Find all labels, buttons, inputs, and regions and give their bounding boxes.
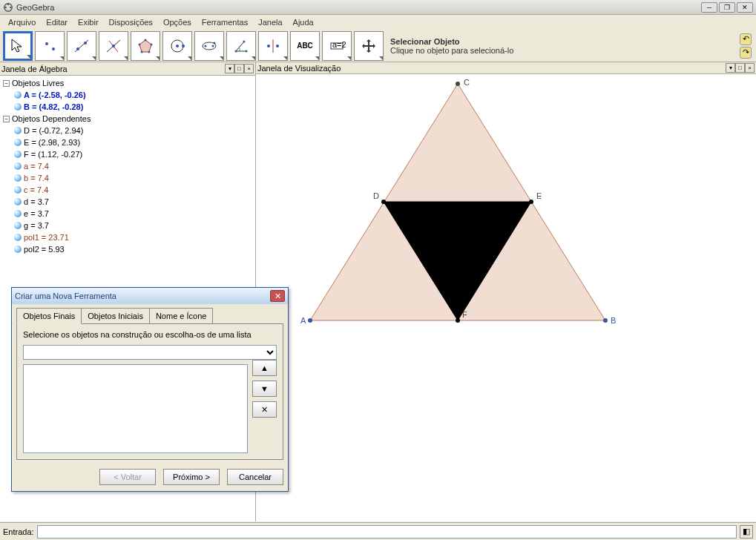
dialog-instruction: Selecione os objetos na construção ou es… bbox=[23, 330, 277, 339]
svg-point-8 bbox=[84, 42, 87, 45]
remove-button[interactable]: ✕ bbox=[252, 401, 277, 418]
tree-toggle[interactable]: − bbox=[3, 80, 10, 87]
undo-button[interactable]: ↶ bbox=[740, 33, 752, 45]
back-button[interactable]: < Voltar bbox=[99, 469, 156, 485]
tab-input-objects[interactable]: Objetos Iniciais bbox=[81, 308, 150, 324]
menu-ferramentas[interactable]: Ferramentas bbox=[197, 16, 253, 28]
tree-item[interactable]: A = (-2.58, -0.26) bbox=[3, 89, 252, 101]
graphics-panel-title: Janela de Visualização bbox=[257, 64, 726, 73]
tool-ellipse[interactable] bbox=[194, 31, 224, 61]
svg-point-11 bbox=[112, 45, 115, 47]
graphics-close-button[interactable]: × bbox=[745, 63, 755, 73]
input-field[interactable] bbox=[37, 525, 737, 539]
svg-point-1 bbox=[4, 6, 7, 8]
tool-reflect[interactable] bbox=[258, 31, 288, 61]
tab-name-icon[interactable]: Nome e Ícone bbox=[149, 308, 213, 324]
object-select[interactable] bbox=[23, 345, 277, 360]
tree-item[interactable]: E = (2.98, 2.93) bbox=[3, 136, 252, 148]
panel-detach-button[interactable]: □ bbox=[234, 64, 244, 73]
tab-output-objects[interactable]: Objetos Finais bbox=[16, 308, 82, 324]
tree-item[interactable]: D = (-0.72, 2.94) bbox=[3, 125, 252, 136]
tree-group[interactable]: −Objetos Dependentes bbox=[3, 113, 252, 125]
svg-point-2 bbox=[10, 6, 12, 8]
tree-item-label: D = (-0.72, 2.94) bbox=[24, 126, 83, 135]
svg-point-35 bbox=[308, 318, 312, 323]
tree-item-label: b = 7.4 bbox=[24, 174, 49, 182]
menu-disposicoes[interactable]: Disposições bbox=[104, 16, 158, 28]
object-dot-icon bbox=[14, 127, 22, 134]
menu-editar[interactable]: Editar bbox=[41, 16, 73, 28]
svg-point-4 bbox=[45, 42, 48, 45]
tree-item[interactable]: a = 7.4 bbox=[3, 160, 252, 172]
menu-arquivo[interactable]: Arquivo bbox=[3, 16, 41, 28]
object-dot-icon bbox=[14, 174, 22, 182]
tree-group-label: Objetos Dependentes bbox=[12, 114, 91, 123]
graphics-menu-button[interactable]: ▾ bbox=[726, 63, 735, 73]
cancel-button[interactable]: Cancelar bbox=[227, 469, 283, 485]
input-bar: Entrada: ◧ bbox=[0, 522, 756, 540]
redo-button[interactable]: ↷ bbox=[740, 47, 752, 59]
tool-perpendicular[interactable] bbox=[99, 31, 128, 61]
object-dot-icon bbox=[14, 162, 22, 170]
move-down-button[interactable]: ▼ bbox=[252, 381, 277, 397]
svg-point-25 bbox=[235, 50, 237, 52]
tool-hint-title: Selecionar Objeto bbox=[390, 37, 733, 46]
dialog-close-button[interactable]: ✕ bbox=[270, 290, 285, 302]
close-button[interactable]: ✕ bbox=[737, 2, 753, 13]
svg-point-45 bbox=[456, 318, 460, 323]
svg-point-37 bbox=[603, 318, 608, 323]
tree-item[interactable]: pol2 = 5.93 bbox=[3, 243, 252, 255]
tool-point[interactable] bbox=[35, 31, 65, 61]
tree-item[interactable]: d = 3.7 bbox=[3, 196, 252, 208]
titlebar: GeoGebra ─ ❐ ✕ bbox=[0, 0, 756, 15]
tree-item[interactable]: g = 3.7 bbox=[3, 220, 252, 231]
object-list[interactable] bbox=[23, 364, 248, 453]
tool-circle[interactable] bbox=[162, 31, 192, 61]
tree-item[interactable]: e = 3.7 bbox=[3, 208, 252, 220]
object-dot-icon bbox=[14, 222, 22, 229]
object-dot-icon bbox=[14, 103, 22, 111]
graphics-detach-button[interactable]: □ bbox=[735, 63, 745, 73]
menu-exibir[interactable]: Exibir bbox=[73, 16, 104, 28]
algebra-panel-title: Janela de Álgebra bbox=[1, 65, 225, 73]
svg-text:D: D bbox=[373, 191, 379, 200]
menu-opcoes[interactable]: Opções bbox=[158, 16, 197, 28]
tool-angle[interactable] bbox=[226, 31, 256, 61]
move-up-button[interactable]: ▲ bbox=[252, 360, 277, 376]
svg-point-13 bbox=[145, 39, 147, 41]
tree-item[interactable]: B = (4.82, -0.28) bbox=[3, 101, 252, 113]
svg-point-17 bbox=[139, 43, 141, 45]
tree-item[interactable]: c = 7.4 bbox=[3, 184, 252, 196]
tool-slider[interactable]: a=2 bbox=[322, 31, 352, 61]
tree-item[interactable]: pol1 = 23.71 bbox=[3, 231, 252, 243]
tool-move[interactable] bbox=[3, 31, 33, 61]
menu-janela[interactable]: Janela bbox=[253, 16, 287, 28]
minimize-button[interactable]: ─ bbox=[701, 2, 717, 13]
algebra-tree[interactable]: −Objetos LivresA = (-2.58, -0.26)B = (4.… bbox=[0, 76, 255, 257]
next-button[interactable]: Próximo > bbox=[163, 469, 220, 485]
tool-text[interactable]: ABC bbox=[290, 31, 320, 61]
tree-group[interactable]: −Objetos Livres bbox=[3, 77, 252, 89]
panel-close-button[interactable]: × bbox=[244, 64, 254, 73]
tree-item-label: A = (-2.58, -0.26) bbox=[24, 90, 86, 99]
menu-ajuda[interactable]: Ajuda bbox=[288, 16, 319, 28]
svg-point-30 bbox=[276, 45, 279, 47]
tree-toggle[interactable]: − bbox=[3, 116, 10, 122]
tool-move-view[interactable] bbox=[354, 31, 384, 61]
tool-line[interactable] bbox=[67, 31, 96, 61]
window-title: GeoGebra bbox=[16, 3, 701, 12]
svg-point-5 bbox=[52, 47, 55, 50]
tree-item-label: F = (1.12, -0.27) bbox=[24, 150, 82, 159]
input-help-button[interactable]: ◧ bbox=[740, 525, 753, 539]
panel-menu-button[interactable]: ▾ bbox=[225, 64, 234, 73]
tree-item[interactable]: F = (1.12, -0.27) bbox=[3, 148, 252, 160]
object-dot-icon bbox=[14, 91, 22, 99]
graphics-view[interactable]: A B C D E F bbox=[256, 74, 756, 521]
tree-item[interactable]: b = 7.4 bbox=[3, 172, 252, 184]
maximize-button[interactable]: ❐ bbox=[719, 2, 735, 13]
svg-text:a=2: a=2 bbox=[332, 40, 346, 49]
svg-marker-12 bbox=[139, 40, 151, 52]
dialog-title: Criar uma Nova Ferramenta bbox=[15, 292, 270, 300]
svg-point-14 bbox=[151, 43, 153, 45]
tool-polygon[interactable] bbox=[131, 31, 160, 61]
